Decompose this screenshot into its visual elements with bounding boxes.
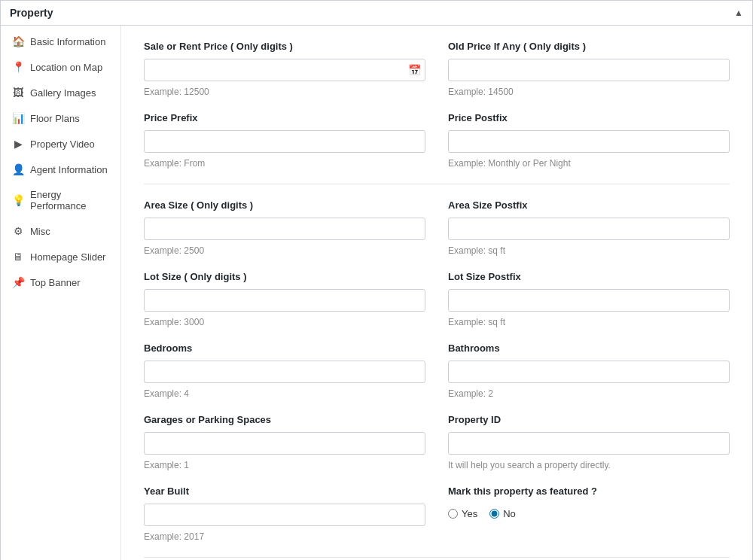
property-id-label: Property ID [448,414,730,425]
area-size-postfix-group: Area Size Postfix Example: sq ft [448,199,730,256]
featured-no-radio[interactable] [489,509,499,519]
sale-price-hint: Example: 12500 [144,87,425,97]
bedrooms-hint: Example: 4 [144,388,425,399]
lot-size-label: Lot Size ( Only digits ) [144,271,425,282]
year-built-input[interactable] [144,504,425,526]
area-size-input[interactable] [144,218,425,240]
old-price-hint: Example: 14500 [448,87,730,97]
sidebar-label-agent-information: Agent Information [30,164,108,175]
agent-icon: 👤 [12,163,24,175]
lot-size-postfix-label: Lot Size Postfix [448,271,730,282]
year-built-group: Year Built Example: 2017 [144,485,425,542]
featured-no-label[interactable]: No [489,508,516,519]
price-prefix-row: Price Prefix Example: From Price Postfix… [144,112,730,169]
old-price-label: Old Price If Any ( Only digits ) [448,41,730,52]
sidebar-item-property-video[interactable]: ▶ Property Video [1,131,120,157]
sidebar-label-floor-plans: Floor Plans [30,113,80,124]
main-content: Sale or Rent Price ( Only digits ) 📅 Exa… [121,26,752,560]
price-row: Sale or Rent Price ( Only digits ) 📅 Exa… [144,41,730,97]
garages-row: Garages or Parking Spaces Example: 1 Pro… [144,414,730,470]
sidebar-item-gallery-images[interactable]: 🖼 Gallery Images [1,80,120,105]
floor-plans-icon: 📊 [12,112,24,124]
property-id-hint: It will help you search a property direc… [448,460,730,470]
garages-label: Garages or Parking Spaces [144,414,425,425]
lot-size-postfix-hint: Example: sq ft [448,317,730,327]
sale-price-label: Sale or Rent Price ( Only digits ) [144,41,425,52]
featured-yes-radio[interactable] [448,509,458,519]
sidebar-item-floor-plans[interactable]: 📊 Floor Plans [1,105,120,131]
garages-group: Garages or Parking Spaces Example: 1 [144,414,425,470]
bathrooms-label: Bathrooms [448,342,730,354]
page-title: Property [10,7,53,19]
price-prefix-group: Price Prefix Example: From [144,112,425,169]
divider-2 [144,557,730,558]
sidebar-label-location-on-map: Location on Map [30,62,102,73]
sidebar-label-basic-information: Basic Information [30,36,105,47]
garages-hint: Example: 1 [144,460,425,470]
old-price-input[interactable] [448,59,730,81]
lot-size-postfix-group: Lot Size Postfix Example: sq ft [448,271,730,327]
sale-price-input[interactable] [144,59,425,81]
bedrooms-input[interactable] [144,361,425,383]
price-postfix-label: Price Postfix [448,112,730,123]
sidebar-label-misc: Misc [30,226,50,237]
misc-icon: ⚙ [12,225,24,237]
sale-price-group: Sale or Rent Price ( Only digits ) 📅 Exa… [144,41,425,97]
area-size-postfix-input[interactable] [448,218,730,240]
collapse-arrow[interactable]: ▲ [734,8,743,18]
sidebar-label-property-video: Property Video [30,138,95,150]
price-postfix-group: Price Postfix Example: Monthly or Per Ni… [448,112,730,169]
bedrooms-group: Bedrooms Example: 4 [144,342,425,399]
energy-icon: 💡 [12,194,24,206]
lot-size-group: Lot Size ( Only digits ) Example: 3000 [144,271,425,327]
year-built-label: Year Built [144,485,425,497]
bathrooms-group: Bathrooms Example: 2 [448,342,730,399]
lot-size-row: Lot Size ( Only digits ) Example: 3000 L… [144,271,730,327]
sale-price-input-wrapper: 📅 [144,59,425,81]
sidebar-label-top-banner: Top Banner [30,277,81,288]
sidebar-item-energy-performance[interactable]: 💡 Energy Performance [1,182,120,218]
sidebar-item-basic-information[interactable]: 🏠 Basic Information [1,29,120,54]
lot-size-postfix-input[interactable] [448,289,730,312]
featured-yes-text: Yes [462,508,477,519]
location-icon: 📍 [12,61,24,73]
property-id-input[interactable] [448,432,730,455]
area-size-postfix-label: Area Size Postfix [448,199,730,211]
price-prefix-hint: Example: From [144,158,425,169]
lot-size-input[interactable] [144,289,425,312]
featured-no-text: No [503,508,516,519]
sidebar-item-homepage-slider[interactable]: 🖥 Homepage Slider [1,244,120,269]
year-built-row: Year Built Example: 2017 Mark this prope… [144,485,730,542]
calendar-icon: 📅 [408,64,421,76]
featured-group: Mark this property as featured ? Yes No [448,485,730,542]
sidebar-item-agent-information[interactable]: 👤 Agent Information [1,157,120,182]
featured-label: Mark this property as featured ? [448,485,730,497]
gallery-icon: 🖼 [12,87,24,99]
bedrooms-row: Bedrooms Example: 4 Bathrooms Example: 2 [144,342,730,399]
featured-yes-label[interactable]: Yes [448,508,477,519]
price-prefix-input[interactable] [144,130,425,153]
sidebar-label-gallery-images: Gallery Images [30,87,96,99]
bedrooms-label: Bedrooms [144,342,425,354]
area-size-row: Area Size ( Only digits ) Example: 2500 … [144,199,730,256]
sidebar-label-energy-performance: Energy Performance [30,189,111,212]
area-size-hint: Example: 2500 [144,245,425,256]
sidebar: 🏠 Basic Information 📍 Location on Map 🖼 … [1,26,121,560]
area-size-label: Area Size ( Only digits ) [144,199,425,211]
sidebar-label-homepage-slider: Homepage Slider [30,251,105,263]
old-price-group: Old Price If Any ( Only digits ) Example… [448,41,730,97]
video-icon: ▶ [12,138,24,150]
sidebar-item-misc[interactable]: ⚙ Misc [1,218,120,244]
home-icon: 🏠 [12,35,24,47]
price-postfix-input[interactable] [448,130,730,153]
area-size-group: Area Size ( Only digits ) Example: 2500 [144,199,425,256]
garages-input[interactable] [144,432,425,455]
price-postfix-hint: Example: Monthly or Per Night [448,158,730,169]
bathrooms-hint: Example: 2 [448,388,730,399]
bathrooms-input[interactable] [448,361,730,383]
lot-size-hint: Example: 3000 [144,317,425,327]
sidebar-item-location-on-map[interactable]: 📍 Location on Map [1,54,120,80]
banner-icon: 📌 [12,276,24,288]
sidebar-item-top-banner[interactable]: 📌 Top Banner [1,269,120,295]
slider-icon: 🖥 [12,251,24,263]
